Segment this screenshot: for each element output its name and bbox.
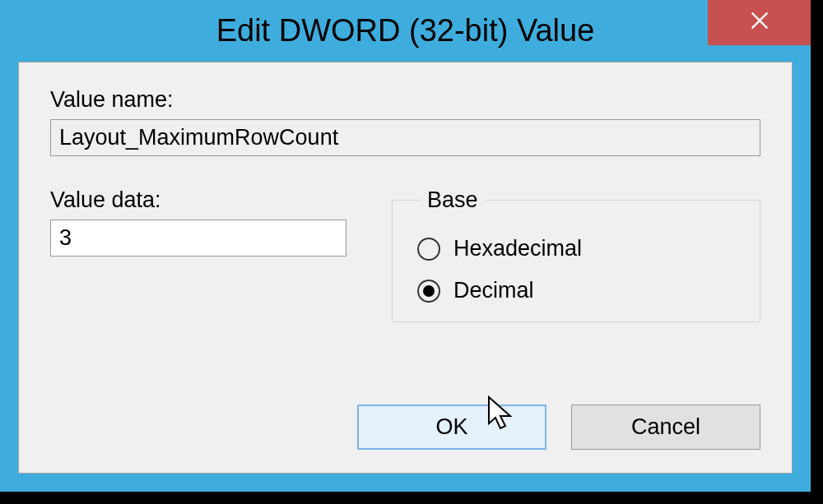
value-name-input[interactable] [50,119,760,156]
close-icon [748,9,771,37]
value-data-input[interactable] [50,220,346,257]
value-data-label: Value data: [50,187,346,213]
radio-icon [417,238,440,261]
dialog-button-row: OK Cancel [357,405,760,450]
ok-button[interactable]: OK [357,405,546,450]
close-button[interactable] [708,0,811,45]
radio-hex-label: Hexadecimal [453,236,582,261]
value-name-label: Value name: [50,87,760,113]
cancel-button[interactable]: Cancel [571,405,760,450]
edit-dword-dialog: Edit DWORD (32-bit) Value Value name: Va… [0,0,811,492]
dialog-body: Value name: Value data: Base Hexadecimal [18,62,793,474]
titlebar: Edit DWORD (32-bit) Value [0,0,811,62]
dialog-title: Edit DWORD (32-bit) Value [216,13,595,49]
base-legend: Base [421,187,485,213]
radio-dot-icon [423,285,435,297]
radio-dec-label: Decimal [453,278,534,303]
radio-icon [417,280,440,303]
radio-hexadecimal[interactable]: Hexadecimal [417,236,735,261]
radio-decimal[interactable]: Decimal [417,278,735,303]
base-fieldset: Base Hexadecimal Decimal [392,187,760,322]
